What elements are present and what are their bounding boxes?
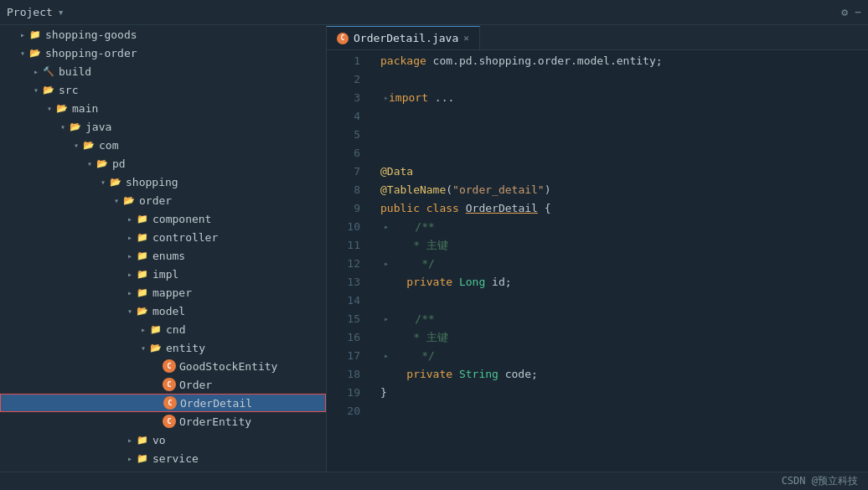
arrow-enums <box>124 251 136 260</box>
sidebar-item-entity[interactable]: 📂 entity <box>0 338 326 357</box>
folder-icon-main: 📂 <box>55 101 69 115</box>
label-orderdetail: OrderDetail <box>180 397 252 410</box>
label-model: model <box>152 305 185 317</box>
code-line-4 <box>380 107 868 126</box>
token: ) <box>545 181 551 199</box>
code-line-19: } <box>380 384 868 402</box>
code-line-12: ▸ */ <box>380 255 868 273</box>
project-dropdown-icon[interactable]: ▾ <box>58 6 65 18</box>
sidebar-item-mapper[interactable]: 📁 mapper <box>0 283 326 302</box>
label-shopping-goods: shopping-goods <box>45 28 137 41</box>
sidebar-item-controller[interactable]: 📁 controller <box>0 228 326 246</box>
sidebar-item-goodstockentity[interactable]: C GoodStockEntity <box>0 357 326 375</box>
minimize-icon[interactable]: − <box>855 6 861 18</box>
sidebar-item-service[interactable]: 📁 service <box>0 449 326 467</box>
token: */ <box>389 347 435 365</box>
token <box>459 199 466 218</box>
line-num-6: 6 <box>327 144 360 162</box>
sidebar-item-build[interactable]: 🔨 build <box>0 62 326 80</box>
folder-icon-src: 📂 <box>42 83 55 96</box>
code-line-6 <box>380 144 868 162</box>
sidebar-item-enums[interactable]: 📁 enums <box>0 246 326 265</box>
arrow-src <box>30 85 42 95</box>
sidebar-item-src[interactable]: 📂 src <box>0 80 326 99</box>
top-bar-icons: ⚙ − <box>841 6 861 18</box>
folder-icon-service: 📁 <box>136 451 149 465</box>
token: class <box>426 199 459 218</box>
line-num-13: 13 <box>327 273 360 291</box>
line-num-2: 2 <box>327 70 360 89</box>
arrow-build <box>30 67 42 76</box>
line-num-11: 11 <box>327 236 360 255</box>
token: @TableName <box>380 181 446 199</box>
line-num-14: 14 <box>327 291 360 310</box>
sidebar-item-impl[interactable]: 📁 impl <box>0 265 326 283</box>
sidebar-item-order-class[interactable]: C Order <box>0 375 326 394</box>
sidebar-item-model[interactable]: 📂 model <box>0 302 326 320</box>
arrow-order <box>111 196 122 205</box>
tab-orderdetail-java[interactable]: C OrderDetail.java ✕ <box>327 26 480 49</box>
sidebar-item-shopping[interactable]: 📂 shopping <box>0 173 326 191</box>
arrow-service <box>124 454 136 463</box>
editor-body: 1 2 3 4 5 6 7 8 9 10 11 12 13 14 15 16 1… <box>327 50 868 472</box>
folder-icon-order2: 📂 <box>122 193 136 207</box>
label-pd: pd <box>112 157 126 170</box>
token: com.pd.shopping.order.model.entity; <box>426 52 663 70</box>
tab-java-icon: C <box>337 33 349 44</box>
settings-icon[interactable]: ⚙ <box>841 6 848 18</box>
token: "order_detail" <box>452 181 545 199</box>
arrow-pd <box>84 159 96 168</box>
token: OrderDetail <box>466 199 538 218</box>
line-num-10: 10 <box>327 218 360 236</box>
code-area[interactable]: package com.pd.shopping.order.model.enti… <box>367 50 868 472</box>
line-num-8: 8 <box>327 181 360 199</box>
project-label: Project <box>7 6 53 18</box>
code-line-17: ▸ */ <box>380 347 868 365</box>
sidebar-item-orderentity[interactable]: C OrderEntity <box>0 412 326 431</box>
sidebar-item-shopping-goods[interactable]: 📁 shopping-goods <box>0 25 326 44</box>
arrow-shopping-goods <box>17 30 28 39</box>
folder-icon-entity: 📂 <box>149 341 163 354</box>
sidebar-item-shopping-order[interactable]: 📂 shopping-order <box>0 44 326 62</box>
arrow-vo <box>124 436 136 445</box>
line-num-16: 16 <box>327 328 360 347</box>
sidebar-item-main[interactable]: 📂 main <box>0 99 326 117</box>
sidebar-item-pd[interactable]: 📂 pd <box>0 154 326 173</box>
token: */ <box>389 255 435 273</box>
folder-icon-mapper: 📁 <box>136 286 149 299</box>
sidebar-item-component[interactable]: 📁 component <box>0 209 326 228</box>
label-impl: impl <box>152 268 178 281</box>
bottom-bar: CSDN @预立科技 <box>0 472 868 490</box>
token: ... <box>428 89 454 107</box>
token: Long <box>459 273 485 291</box>
folder-icon-shopping: 📂 <box>109 175 122 188</box>
token: id; <box>485 273 511 291</box>
sidebar-item-vo[interactable]: 📁 vo <box>0 431 326 449</box>
code-line-8: @TableName ( "order_detail" ) <box>380 181 868 199</box>
sidebar-item-com[interactable]: 📂 com <box>0 136 326 154</box>
folder-icon: 📁 <box>28 28 42 41</box>
token <box>452 273 459 291</box>
line-num-3: 3 <box>327 89 360 107</box>
sidebar: 📁 shopping-goods 📂 shopping-order 🔨 buil… <box>0 25 327 472</box>
class-c-icon3: C <box>163 396 177 410</box>
label-controller: controller <box>152 231 218 244</box>
sidebar-item-java[interactable]: 📂 java <box>0 117 326 136</box>
sidebar-item-orderdetail[interactable]: C OrderDetail <box>0 394 326 412</box>
tab-close-button[interactable]: ✕ <box>463 33 469 44</box>
arrow-entity <box>137 343 149 353</box>
line-num-7: 7 <box>327 162 360 181</box>
label-service: service <box>152 452 199 465</box>
code-line-9: public class OrderDetail { <box>380 199 868 218</box>
label-shopping-order: shopping-order <box>45 47 137 59</box>
token: /** <box>389 218 435 236</box>
label-order: order <box>139 194 172 207</box>
editor-tabs: C OrderDetail.java ✕ <box>327 25 868 50</box>
token: @Data <box>380 162 413 181</box>
watermark: CSDN @预立科技 <box>782 474 858 488</box>
folder-icon-java: 📂 <box>69 120 82 133</box>
sidebar-item-cnd[interactable]: 📁 cnd <box>0 320 326 338</box>
sidebar-item-order[interactable]: 📂 order <box>0 191 326 209</box>
line-num-1: 1 <box>327 52 360 70</box>
top-bar: Project ▾ ⚙ − <box>0 0 868 25</box>
